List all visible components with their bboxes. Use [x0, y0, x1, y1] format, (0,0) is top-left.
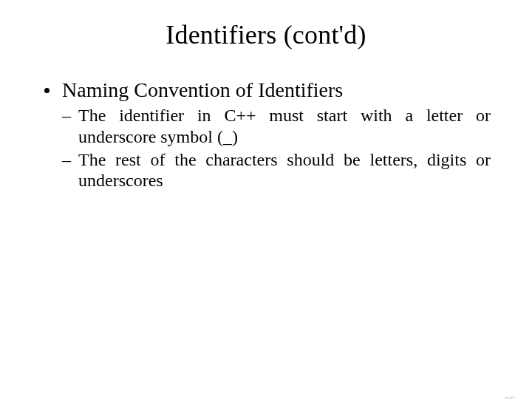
bullet-level2-list: – The identifier in C++ must start with …	[41, 105, 491, 191]
bullet-level2-item: – The identifier in C++ must start with …	[62, 105, 491, 147]
bullet-level1: Naming Convention of Identifiers	[41, 78, 491, 102]
bullet-level2-item: – The rest of the characters should be l…	[62, 149, 491, 191]
dash-icon: –	[62, 149, 71, 170]
bullet-level1-text: Naming Convention of Identifiers	[62, 78, 343, 101]
dash-icon: –	[62, 105, 71, 126]
page-number: 35	[504, 395, 516, 399]
bullet-dot-icon	[44, 88, 50, 93]
bullet-level2-text: The rest of the characters should be let…	[78, 150, 491, 190]
slide: Identifiers (cont'd) Naming Convention o…	[0, 19, 532, 399]
slide-title: Identifiers (cont'd)	[0, 19, 532, 50]
slide-content: Naming Convention of Identifiers – The i…	[0, 78, 532, 191]
bullet-level2-text: The identifier in C++ must start with a …	[78, 106, 491, 146]
